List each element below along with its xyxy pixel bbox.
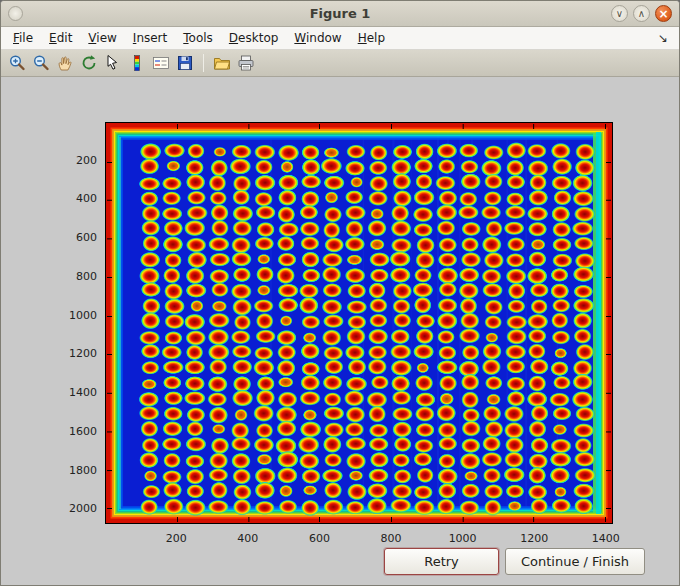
toolbar-separator — [203, 54, 204, 72]
pan-button[interactable] — [54, 52, 76, 74]
open-folder-button[interactable] — [211, 52, 233, 74]
menu-desktop[interactable]: Desktop — [221, 28, 287, 49]
y-tick-label: 1000 — [55, 309, 97, 322]
close-button[interactable]: × — [655, 5, 672, 22]
menu-tools[interactable]: Tools — [175, 28, 221, 49]
x-tick-label: 1200 — [512, 532, 556, 545]
x-tick-label: 800 — [369, 532, 413, 545]
window-controls: ∨∧× — [611, 5, 672, 22]
figure-content: 2004006008001000120014001600180020002004… — [1, 77, 679, 585]
figure-window: Figure 1 ∨∧× FileEditViewInsertToolsDesk… — [0, 0, 680, 586]
zoom-out-button[interactable] — [30, 52, 52, 74]
menu-file[interactable]: File — [5, 28, 41, 49]
x-tick-label: 1000 — [441, 532, 485, 545]
menu-window[interactable]: Window — [286, 28, 349, 49]
pan-icon — [56, 54, 74, 72]
data-cursor-button[interactable] — [102, 52, 124, 74]
titlebar[interactable]: Figure 1 ∨∧× — [1, 1, 679, 27]
x-tick-label: 400 — [226, 532, 270, 545]
dock-figure-icon[interactable]: ↘ — [651, 31, 675, 45]
y-tick-label: 1800 — [55, 464, 97, 477]
data-cursor-icon — [104, 54, 122, 72]
x-tick-label: 200 — [154, 532, 198, 545]
open-folder-icon — [213, 54, 231, 72]
zoom-in-icon — [8, 54, 26, 72]
minimize-button[interactable]: ∨ — [611, 5, 628, 22]
window-title: Figure 1 — [1, 6, 679, 21]
y-tick-label: 600 — [55, 231, 97, 244]
colorbar-icon — [128, 54, 146, 72]
maximize-button[interactable]: ∧ — [633, 5, 650, 22]
figure-toolbar — [1, 50, 679, 77]
y-tick-label: 1200 — [55, 347, 97, 360]
x-tick-label: 600 — [297, 532, 341, 545]
legend-button[interactable] — [150, 52, 172, 74]
axes-area: 2004006008001000120014001600180020002004… — [105, 122, 613, 524]
print-icon — [237, 54, 255, 72]
colorbar-button[interactable] — [126, 52, 148, 74]
rotate-3d-button[interactable] — [78, 52, 100, 74]
legend-icon — [152, 54, 170, 72]
menu-edit[interactable]: Edit — [41, 28, 80, 49]
menu-view[interactable]: View — [80, 28, 124, 49]
menu-help[interactable]: Help — [350, 28, 393, 49]
continue-finish-button[interactable]: Continue / Finish — [505, 548, 645, 575]
print-button[interactable] — [235, 52, 257, 74]
menubar-items: FileEditViewInsertToolsDesktopWindowHelp — [5, 27, 393, 49]
y-tick-label: 200 — [55, 154, 97, 167]
zoom-out-icon — [32, 54, 50, 72]
y-tick-label: 400 — [55, 192, 97, 205]
menu-insert[interactable]: Insert — [125, 28, 175, 49]
save-button[interactable] — [174, 52, 196, 74]
zoom-in-button[interactable] — [6, 52, 28, 74]
y-tick-label: 2000 — [55, 502, 97, 515]
retry-button[interactable]: Retry — [384, 548, 499, 575]
save-icon — [176, 54, 194, 72]
y-tick-label: 800 — [55, 270, 97, 283]
rotate-3d-icon — [80, 54, 98, 72]
y-tick-label: 1400 — [55, 386, 97, 399]
y-tick-label: 1600 — [55, 425, 97, 438]
x-tick-label: 1400 — [584, 532, 628, 545]
menubar: FileEditViewInsertToolsDesktopWindowHelp… — [1, 27, 679, 50]
microarray-image[interactable] — [105, 122, 613, 524]
